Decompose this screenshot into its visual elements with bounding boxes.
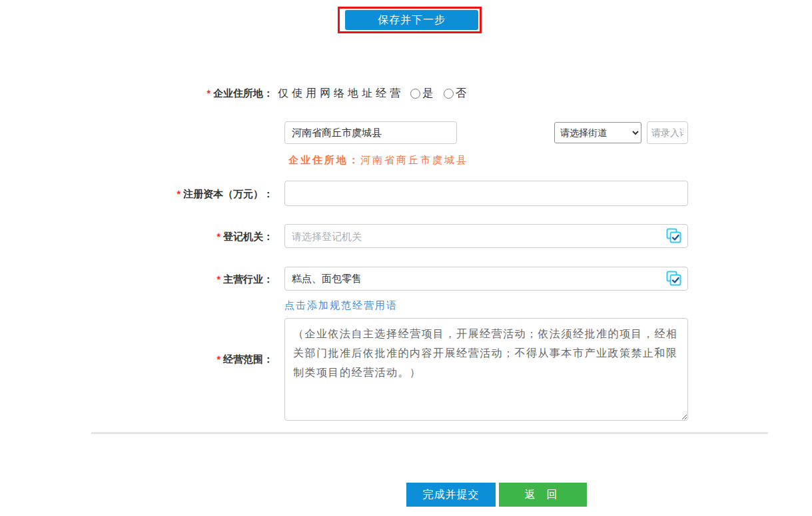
capital-input[interactable] <box>284 181 688 206</box>
address-detail-input[interactable] <box>647 121 688 144</box>
required-asterisk: * <box>177 189 181 199</box>
scope-label: *经营范围： <box>0 353 273 366</box>
address-note-value: 河南省商丘市虞城县 <box>360 154 468 165</box>
submit-button[interactable]: 完成并提交 <box>406 483 496 507</box>
radio-yes-label: 是 <box>422 87 433 101</box>
address-note-label: 企业住所地： <box>288 154 360 165</box>
radio-no-input[interactable] <box>444 89 454 99</box>
back-button[interactable]: 返 回 <box>499 483 587 507</box>
street-select[interactable]: 请选择街道 <box>554 122 641 143</box>
online-only-radio-group: 是 否 <box>410 87 477 101</box>
online-only-row: 仅使用网络地址经营 是 否 <box>278 86 477 101</box>
address-note: 企业住所地：河南省商丘市虞城县 <box>288 154 468 167</box>
radio-no-label: 否 <box>456 87 466 101</box>
industry-input[interactable] <box>284 267 688 291</box>
business-address-label: *企业住所地： <box>0 87 273 100</box>
authority-input[interactable] <box>284 224 688 248</box>
region-input[interactable] <box>284 121 457 144</box>
add-standard-terms-link[interactable]: 点击添加规范经营用语 <box>284 299 398 312</box>
industry-label: *主营行业： <box>0 273 273 286</box>
required-asterisk: * <box>217 231 220 242</box>
online-only-label: 仅使用网络地址经营 <box>278 87 404 101</box>
save-next-highlight-box: 保存并下一步 <box>338 7 482 33</box>
radio-no[interactable]: 否 <box>444 87 466 101</box>
registration-form-page: 保存并下一步 *企业住所地： 仅使用网络地址经营 是 否 请选择街道 企业住所地… <box>0 0 812 516</box>
scope-textarea[interactable]: （企业依法自主选择经营项目，开展经营活动；依法须经批准的项目，经相关部门批准后依… <box>284 318 688 421</box>
capital-label: *注册资本（万元）： <box>0 188 273 201</box>
industry-picker-icon[interactable] <box>666 271 682 287</box>
required-asterisk: * <box>207 88 210 99</box>
required-asterisk: * <box>217 354 220 365</box>
radio-yes-input[interactable] <box>410 89 420 99</box>
radio-yes[interactable]: 是 <box>410 87 433 101</box>
authority-picker-icon[interactable] <box>666 228 682 244</box>
save-next-button[interactable]: 保存并下一步 <box>345 10 478 30</box>
required-asterisk: * <box>217 274 220 285</box>
section-divider <box>91 432 768 434</box>
authority-label: *登记机关： <box>0 231 273 243</box>
